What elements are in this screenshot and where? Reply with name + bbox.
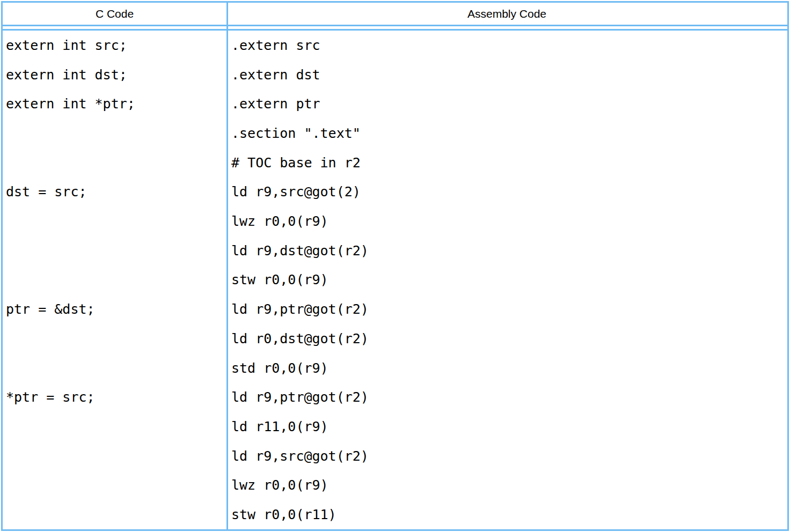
assembly-code-cell: ld r9,src@got(r2) [226,448,787,464]
assembly-code-cell: .extern src [226,38,787,53]
assembly-code-cell: std r0,0(r9) [226,360,787,376]
assembly-code-cell: ld r9,ptr@got(r2) [226,301,787,317]
c-code-cell: dst = src; [3,184,226,200]
assembly-code-cell: lwz r0,0(r9) [226,477,787,493]
assembly-code-cell: .section ".text" [226,125,787,141]
c-code-column-header: C Code [3,8,226,20]
assembly-code-cell: ld r9,dst@got(r2) [226,243,787,258]
assembly-code-cell: stw r0,0(r11) [226,507,787,522]
c-code-cell: *ptr = src; [3,389,226,405]
assembly-code-cell: ld r0,dst@got(r2) [226,331,787,346]
table-row: extern int dst; .extern dst [3,60,787,90]
assembly-code-cell: stw r0,0(r9) [226,272,787,287]
c-to-assembly-table: C Code Assembly Code extern int src; .ex… [1,1,789,531]
table-body: extern int src; .extern src extern int d… [3,31,787,529]
table-row: ld r9,dst@got(r2) [3,236,787,265]
assembly-code-cell: .extern dst [226,67,787,83]
table-row: *ptr = src; ld r9,ptr@got(r2) [3,382,787,412]
assembly-code-cell: # TOC base in r2 [226,155,787,171]
assembly-code-cell: ld r11,0(r9) [226,419,787,434]
table-row: # TOC base in r2 [3,148,787,178]
table-row: dst = src; ld r9,src@got(2) [3,178,787,207]
table-row: ld r11,0(r9) [3,412,787,441]
table-row: stw r0,0(r9) [3,265,787,295]
table-header-row: C Code Assembly Code [3,3,787,26]
assembly-code-cell: .extern ptr [226,96,787,112]
table-row: .section ".text" [3,119,787,148]
table-row: std r0,0(r9) [3,353,787,383]
table-row: lwz r0,0(r9) [3,206,787,236]
c-code-cell: extern int dst; [3,67,226,83]
table-row: ld r0,dst@got(r2) [3,324,787,353]
table-row: lwz r0,0(r9) [3,471,787,500]
assembly-code-cell: ld r9,ptr@got(r2) [226,389,787,405]
table-row: stw r0,0(r11) [3,500,787,529]
c-code-cell: extern int *ptr; [3,96,226,112]
table-row: ptr = &dst; ld r9,ptr@got(r2) [3,294,787,324]
c-code-cell: ptr = &dst; [3,301,226,317]
assembly-code-column-header: Assembly Code [226,8,787,20]
table-row: ld r9,src@got(r2) [3,441,787,471]
assembly-code-cell: lwz r0,0(r9) [226,213,787,229]
column-divider [226,3,228,529]
assembly-code-cell: ld r9,src@got(2) [226,184,787,200]
table-row: extern int *ptr; .extern ptr [3,89,787,119]
table-row: extern int src; .extern src [3,31,787,60]
c-code-cell: extern int src; [3,38,226,53]
